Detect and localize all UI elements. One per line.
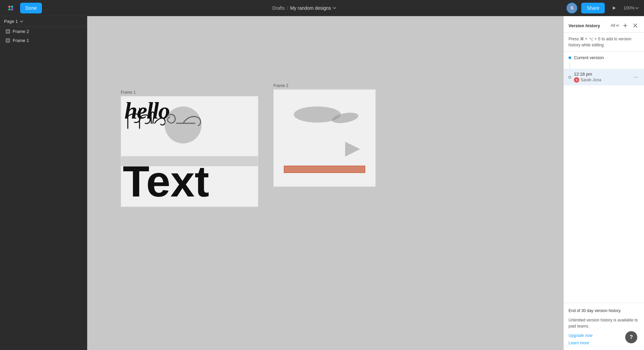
current-version-header: Current version bbox=[564, 52, 644, 62]
version-user: S Sarah Jona bbox=[574, 77, 601, 83]
frame2-box bbox=[273, 89, 376, 187]
circle-shape bbox=[165, 106, 202, 143]
hello-text: hello bbox=[124, 99, 169, 123]
topbar-center: Drafts / My random designs bbox=[272, 5, 336, 11]
footer-sub-text: Unlimited version history is available t… bbox=[569, 317, 639, 329]
topbar-right: S Share 100% bbox=[567, 3, 639, 13]
chevron-down-icon bbox=[332, 6, 336, 10]
version-connector-line bbox=[570, 62, 570, 69]
play-button[interactable] bbox=[609, 3, 620, 13]
text-big: Text bbox=[123, 160, 209, 203]
layer-name: Frame 2 bbox=[13, 29, 29, 34]
version-more-button[interactable]: ··· bbox=[632, 74, 639, 81]
version-time: 12:18 pm bbox=[574, 72, 601, 77]
help-button[interactable]: ? bbox=[625, 331, 637, 343]
svg-rect-3 bbox=[11, 8, 13, 10]
avatar[interactable]: S bbox=[567, 3, 577, 13]
user-name: Sarah Jona bbox=[581, 78, 601, 82]
file-name[interactable]: My random designs bbox=[290, 5, 336, 11]
footer-end-text: End of 30 day version history. bbox=[569, 308, 639, 314]
chevron-down-icon bbox=[20, 20, 23, 23]
close-icon bbox=[633, 24, 637, 28]
breadcrumb: Drafts / My random designs bbox=[272, 5, 336, 11]
frame2-label: Frame 2 bbox=[273, 83, 376, 88]
version-entry-dot bbox=[569, 76, 571, 79]
close-panel-button[interactable] bbox=[631, 21, 639, 30]
panel-hint: Press ⌘ + ⌥ + S to add to version histor… bbox=[564, 33, 644, 52]
version-info: 12:18 pm S Sarah Jona bbox=[574, 72, 601, 83]
plus-icon bbox=[623, 23, 628, 28]
svg-rect-10 bbox=[6, 39, 10, 42]
version-history-panel: Version history All Press ⌘ + ⌥ + S to a… bbox=[564, 16, 644, 350]
arrow-shape bbox=[345, 142, 360, 157]
frame1-wrapper[interactable]: Frame 1 hello bbox=[121, 90, 258, 207]
current-version-dot bbox=[569, 56, 571, 59]
canvas-content: Frame 1 hello bbox=[87, 16, 564, 350]
share-button[interactable]: Share bbox=[581, 3, 604, 13]
layer-item-frame1[interactable]: Frame 1 bbox=[0, 36, 87, 45]
user-avatar: S bbox=[574, 77, 579, 83]
filter-button[interactable]: All bbox=[611, 23, 619, 28]
panel-title: Version history bbox=[569, 23, 600, 28]
panel-header-right: All bbox=[611, 21, 639, 30]
page-row[interactable]: Page 1 bbox=[0, 16, 87, 27]
left-sidebar: Page 1 Frame 2 Frame 1 bbox=[0, 16, 87, 350]
pink-bar-shape bbox=[284, 166, 365, 173]
page-label: Page 1 bbox=[4, 19, 18, 24]
drafts-link[interactable]: Drafts bbox=[272, 5, 285, 11]
frame-icon bbox=[5, 38, 10, 43]
svg-rect-2 bbox=[8, 8, 10, 10]
svg-rect-5 bbox=[6, 30, 10, 33]
current-version-label: Current version bbox=[574, 55, 604, 60]
breadcrumb-sep: / bbox=[287, 5, 288, 11]
frame-icon bbox=[5, 29, 10, 34]
chevron-down-icon bbox=[616, 24, 619, 27]
frame1-box: hello Text bbox=[121, 96, 258, 207]
zoom-indicator[interactable]: 100% bbox=[624, 5, 639, 10]
layer-item-frame2[interactable]: Frame 2 bbox=[0, 27, 87, 36]
chevron-down-icon bbox=[635, 6, 639, 10]
version-entry-left: 12:18 pm S Sarah Jona bbox=[569, 72, 601, 83]
frame2-wrapper[interactable]: Frame 2 bbox=[273, 83, 376, 187]
version-entry[interactable]: 12:18 pm S Sarah Jona ··· bbox=[564, 69, 644, 85]
topbar-left: Done bbox=[5, 3, 42, 13]
panel-header: Version history All bbox=[564, 16, 644, 33]
canvas-area[interactable]: Frame 1 hello bbox=[87, 16, 564, 350]
layer-name: Frame 1 bbox=[13, 38, 29, 43]
done-button[interactable]: Done bbox=[20, 3, 42, 13]
topbar: Done Drafts / My random designs S Share … bbox=[0, 0, 644, 16]
figma-logo[interactable] bbox=[5, 3, 16, 13]
add-version-button[interactable] bbox=[621, 21, 629, 30]
version-list: Current version 12:18 pm S Sarah Jona ··… bbox=[564, 52, 644, 303]
svg-rect-1 bbox=[11, 6, 13, 8]
frame1-label: Frame 1 bbox=[121, 90, 258, 95]
